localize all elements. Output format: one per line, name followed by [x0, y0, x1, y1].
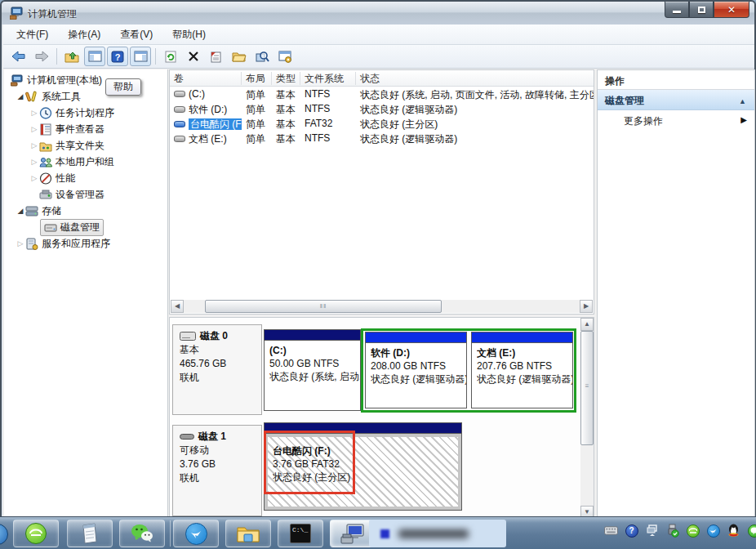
- partition-d[interactable]: 软件 (D:) 208.00 GB NTFS 状态良好 (逻辑驱动器): [365, 332, 467, 408]
- collapse-caret-icon[interactable]: ▲: [739, 97, 746, 105]
- volume-row-c[interactable]: (C:) 简单 基本 NTFS 状态良好 (系统, 启动, 页面文件, 活动, …: [170, 87, 594, 102]
- taskbar-blurred-window[interactable]: [369, 520, 506, 547]
- scrollbar-thumb[interactable]: ‖‖: [205, 300, 442, 313]
- disk1-header[interactable]: 磁盘 1 可移动 3.76 GB 联机: [172, 425, 262, 516]
- tree-item-shared-folders[interactable]: ▷ 共享文件夹: [4, 137, 167, 154]
- maximize-button[interactable]: [689, 2, 714, 18]
- folder-up-icon: [64, 51, 79, 63]
- close-button[interactable]: ✕: [714, 2, 749, 18]
- collapsed-arrow-icon[interactable]: ▷: [29, 109, 39, 117]
- dingtalk-tray-icon[interactable]: [706, 524, 720, 538]
- vertical-scrollbar[interactable]: ▲ ≡ ▼: [580, 318, 594, 518]
- scroll-right-button[interactable]: ▶: [580, 300, 593, 313]
- tree-item-storage[interactable]: ◢ 存储: [4, 203, 167, 219]
- more-actions-item[interactable]: 更多操作 ▶: [598, 110, 754, 130]
- wechat-tray-icon[interactable]: [747, 524, 756, 538]
- taskbar-cmd[interactable]: C:\_: [278, 520, 323, 547]
- column-volume[interactable]: 卷: [170, 72, 242, 85]
- collapsed-arrow-icon[interactable]: ▷: [29, 174, 39, 182]
- tree-item-device-manager[interactable]: 设备管理器: [4, 186, 167, 203]
- collapsed-arrow-icon[interactable]: ▷: [29, 141, 39, 150]
- taskbar-wechat[interactable]: [119, 520, 165, 547]
- services-icon: [25, 238, 38, 250]
- volume-row-d[interactable]: 软件 (D:) 简单 基本 NTFS 状态良好 (逻辑驱动器): [170, 102, 594, 117]
- logical-partition-bar: [472, 333, 572, 343]
- help-icon: ?: [111, 51, 124, 63]
- help-tray-icon[interactable]: ?: [625, 524, 638, 538]
- delete-button[interactable]: [183, 47, 204, 66]
- blurred-title-text: [398, 529, 469, 538]
- scrollbar-thumb[interactable]: ≡: [580, 331, 594, 445]
- forward-button[interactable]: [31, 47, 52, 66]
- back-arrow-icon: [11, 51, 26, 62]
- disk-management-section-header[interactable]: 磁盘管理 ▲: [598, 90, 754, 110]
- tree-item-task-scheduler[interactable]: ▷ 任务计划程序: [4, 105, 167, 121]
- computer-management-icon: [340, 523, 365, 544]
- partition-c[interactable]: (C:) 50.00 GB NTFS 状态良好 (系统, 启动, 页面文件, 活…: [264, 329, 361, 411]
- scroll-up-button[interactable]: ▲: [580, 318, 594, 331]
- clock-icon: [39, 107, 52, 119]
- taskbar-explorer[interactable]: [225, 520, 271, 547]
- partition-e[interactable]: 文档 (E:) 207.76 GB NTFS 状态良好 (逻辑驱动器): [471, 332, 573, 408]
- column-filesystem[interactable]: 文件系统: [300, 72, 356, 85]
- horizontal-scrollbar[interactable]: ◀ ‖‖ ▶: [171, 300, 593, 313]
- volume-row-e[interactable]: 文档 (E:) 简单 基本 NTFS 状态良好 (逻辑驱动器): [170, 132, 594, 146]
- help-button[interactable]: ?: [107, 47, 128, 66]
- actions-pane: 操作 磁盘管理 ▲ 更多操作 ▶: [597, 69, 755, 522]
- disk0-header[interactable]: 磁盘 0 基本 465.76 GB 联机: [172, 324, 262, 415]
- column-type[interactable]: 类型: [272, 72, 300, 85]
- drive-icon: [174, 136, 185, 142]
- qq-tray-icon[interactable]: [727, 524, 740, 538]
- tree-item-computer-management[interactable]: 计算机管理(本地): [4, 72, 167, 88]
- usb-safe-remove-icon[interactable]: [665, 524, 679, 538]
- scroll-left-button[interactable]: ◀: [171, 300, 184, 313]
- keyboard-icon[interactable]: [604, 524, 618, 538]
- taskbar-dingtalk[interactable]: [173, 520, 219, 547]
- explorer-folder-icon: [237, 524, 260, 542]
- disk-graphical-view: 磁盘 0 基本 465.76 GB 联机 (C:) 50.00 GB NTFS …: [169, 317, 594, 518]
- tree-item-disk-management[interactable]: 磁盘管理: [4, 219, 167, 235]
- find-button[interactable]: [251, 47, 273, 66]
- column-layout[interactable]: 布局: [242, 72, 272, 85]
- titlebar[interactable]: 计算机管理 ✕: [2, 2, 754, 25]
- open-button[interactable]: [229, 47, 250, 66]
- expanded-arrow-icon[interactable]: ◢: [16, 207, 25, 215]
- volume-row-f-selected[interactable]: 台电酷闪 (F:) 简单 基本 FAT32 状态良好 (主分区): [170, 117, 594, 132]
- tree-item-performance[interactable]: ▷ 性能: [4, 170, 167, 186]
- svg-text:?: ?: [115, 51, 121, 61]
- computer-management-icon: [10, 7, 24, 20]
- menu-help[interactable]: 帮助(H): [162, 25, 216, 45]
- show-action-pane-button[interactable]: [130, 47, 151, 66]
- minimize-button[interactable]: [665, 2, 689, 18]
- show-console-tree-button[interactable]: [84, 47, 105, 66]
- logical-partition-bar: [366, 333, 466, 343]
- 360-safety-tray-icon[interactable]: [686, 524, 700, 538]
- window-title: 计算机管理: [28, 7, 77, 21]
- collapsed-arrow-icon[interactable]: ▷: [29, 125, 39, 133]
- menu-file[interactable]: 文件(F): [7, 25, 58, 45]
- collapsed-arrow-icon[interactable]: ▷: [16, 239, 25, 248]
- column-status[interactable]: 状态: [356, 72, 593, 85]
- export-list-button[interactable]: [61, 47, 82, 66]
- refresh-button[interactable]: [160, 47, 181, 66]
- menu-action[interactable]: 操作(A): [58, 25, 110, 45]
- computer-management-window: 计算机管理 ✕ 文件(F) 操作(A) 查看(V) 帮助(H): [0, 0, 756, 523]
- taskbar-notepad[interactable]: [67, 520, 113, 547]
- tree-item-services-applications[interactable]: ▷ 服务和应用程序: [4, 235, 167, 252]
- collapsed-arrow-icon[interactable]: ▷: [29, 158, 39, 166]
- properties-button[interactable]: [206, 47, 227, 66]
- settings-button[interactable]: [274, 47, 296, 66]
- tree-item-event-viewer[interactable]: ▷ 事件查看器: [4, 121, 167, 137]
- show-hidden-icons[interactable]: [645, 524, 659, 538]
- taskbar-360-browser[interactable]: [13, 520, 59, 547]
- console-tree-icon: [88, 51, 102, 62]
- tree-item-system-tools[interactable]: ◢ 系统工具: [4, 88, 167, 105]
- menu-view[interactable]: 查看(V): [110, 25, 162, 45]
- device-manager-icon: [39, 189, 52, 201]
- partial-icon[interactable]: [0, 524, 8, 545]
- tree-item-local-users-groups[interactable]: ▷ 本地用户和组: [4, 154, 167, 170]
- back-button[interactable]: [8, 47, 29, 66]
- drive-icon: [174, 91, 185, 97]
- users-icon: [39, 156, 52, 168]
- expanded-arrow-icon[interactable]: ◢: [16, 92, 25, 100]
